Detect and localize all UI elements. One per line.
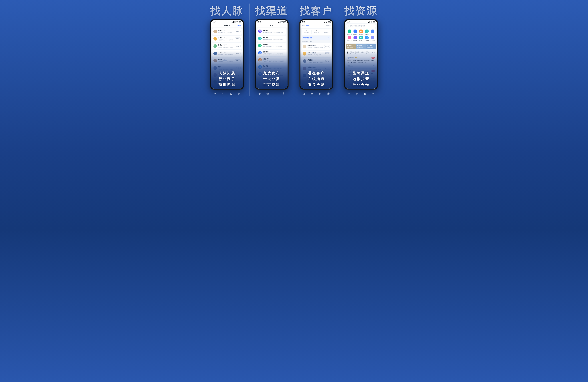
feed-tag: 地推项目 xyxy=(348,64,353,66)
add-friend-button[interactable]: 加好友 xyxy=(235,81,240,83)
category-row[interactable]: 找合伙人我有创业项目或产品，招募代理或合伙伙伴 xyxy=(257,71,286,77)
grid-icon xyxy=(365,36,369,39)
feed-body: 美团-小… xyxy=(348,86,375,88)
filter-active[interactable]: 最近活跃 xyxy=(355,51,359,55)
add-friend-button[interactable]: 加好友 xyxy=(324,45,330,48)
grid-item[interactable]: 场地活动 xyxy=(364,36,370,42)
verified-badge: ▣实名 xyxy=(313,52,316,54)
search-input[interactable]: 品牌方|纯佣渠道|甲方|广告主 xyxy=(346,24,376,28)
grid-item[interactable]: 乙方信息 xyxy=(364,29,370,35)
person-meta: 1周前活跃 | 0条合作 | 3近期沟通 xyxy=(218,61,234,63)
svg-point-16 xyxy=(372,37,373,38)
avatar xyxy=(213,52,217,55)
filter-newest[interactable]: 最新发布 xyxy=(350,51,354,55)
avatar xyxy=(303,45,306,48)
person-card[interactable]: 吾客▣实名加好友 xyxy=(302,72,331,78)
filter-more[interactable]: 筛选 ⌄ xyxy=(372,51,375,54)
category-desc: 我有地推网推等渠道，需求地推拉新等项目 xyxy=(263,39,285,41)
person-info: 康晓刚▣实名今日活跃 | 3条合作 | 35近期沟通 xyxy=(308,59,323,63)
category-title: 销售渠道 xyxy=(263,51,285,53)
add-friend-button[interactable]: 加好友 xyxy=(235,52,240,55)
promo-card[interactable]: 热门资源每日精选资源 xyxy=(366,44,376,49)
svg-point-12 xyxy=(349,37,350,38)
mark-all-read[interactable]: 全部已读 xyxy=(326,25,331,26)
tab-messages[interactable]: 消息 xyxy=(302,24,305,27)
grid-item[interactable]: 推广团队 xyxy=(358,36,364,42)
add-friend-button[interactable]: 加好友 xyxy=(235,74,240,76)
category-row[interactable]: 品牌货源我是品牌商家有货源，寻上线下卖货渠道 xyxy=(257,42,286,49)
vip-badge: VIP xyxy=(355,57,357,58)
person-name: 贺文彬 xyxy=(308,66,312,68)
add-friend-button[interactable]: 加好友 xyxy=(324,52,330,55)
person-card[interactable]: 石遵松▣实名1周前活跃 | 0条合作 | 0近期沟通加好友 xyxy=(212,36,242,42)
category-row[interactable]: 地推项目我有地推拉新的项目，寻找地推网推等渠道 xyxy=(257,28,286,35)
signal-icon xyxy=(368,21,370,22)
person-card[interactable]: 陈嘉庆▣实名1天前活跃 | 3条合作 | 35近期沟通加好友 xyxy=(212,28,242,35)
stat-fav-friends[interactable]: 1 收藏好友 xyxy=(321,29,331,35)
pending-requests[interactable]: 好友申请待处理 1条 xyxy=(302,36,331,40)
svg-point-9 xyxy=(360,31,362,32)
grid-item[interactable]: 优质甲方 xyxy=(358,29,364,35)
filter-verified[interactable]: 头像认证 xyxy=(360,51,364,55)
grid-item[interactable]: 找合伙人 xyxy=(370,29,375,35)
person-card[interactable]: 陈超▣实名加好友 xyxy=(212,79,242,85)
status-bar: 1:00 xyxy=(300,20,332,23)
promo-card[interactable]: 资源榜单留言量排行榜 xyxy=(356,44,366,49)
grid-item[interactable]: 地推项目 xyxy=(353,36,358,42)
person-card[interactable]: 谭雨珍▣实名加好友 xyxy=(212,72,242,78)
category-row[interactable]: 销售渠道有线上线下卖货渠道，需求品牌商家等产品 xyxy=(257,50,286,56)
grid-item[interactable]: 品牌货源 xyxy=(347,29,352,35)
add-friend-button[interactable]: 加好友 xyxy=(235,38,240,40)
people-list[interactable]: 陈嘉庆▣实名1天前活跃 | 3条合作 | 35近期沟通加好友石遵松▣实名1周前活… xyxy=(211,28,243,85)
grid-label: 地推项目 xyxy=(353,40,357,42)
feed-card[interactable]: 刘女士VIP急招唯品会官方直招城市服务商，提供拉新奖励290元/人+长期分佣，月… xyxy=(346,56,376,68)
add-friend-button[interactable]: 加好友 xyxy=(324,74,330,77)
feed-card[interactable]: 段行急招运满满司机端拉新，80单结，操作简单，不限区域地推项目125 xyxy=(346,69,376,81)
grid-item[interactable]: 异业合作 xyxy=(347,36,352,42)
add-friend-button[interactable]: 加好友 xyxy=(324,67,330,70)
refresh-icon xyxy=(236,25,237,26)
grid-item[interactable]: 其他供需 xyxy=(370,36,375,42)
person-card[interactable]: 徐子涵▣实名1周前活跃 | 0条合作 | 3近期沟通加好友 xyxy=(212,58,242,64)
tab-friends[interactable]: 好友 xyxy=(306,24,309,27)
promo-title: 资源榜单 xyxy=(357,45,365,46)
svg-rect-4 xyxy=(259,59,261,61)
add-friend-button[interactable]: 加好友 xyxy=(235,59,240,62)
person-card[interactable]: 冯永富▣实名1天前活跃 | 5条合作 | 13近期沟通加好友 xyxy=(302,51,331,57)
filter-authentic[interactable]: 高真实度 xyxy=(366,51,370,55)
grid-item[interactable]: 销货渠道 xyxy=(353,29,358,35)
add-friend-button[interactable]: 加好友 xyxy=(235,30,240,33)
feed-list[interactable]: 刘女士VIP急招唯品会官方直招城市服务商，提供拉新奖励290元/人+长期分佣，月… xyxy=(345,56,377,88)
panel-friends: 找客户 1:00 消息 好友 xyxy=(294,3,339,96)
phone-wrap: 12:59 发布 地推项目我有地推拉新的 xyxy=(251,19,293,90)
person-card[interactable]: 王海宽▣实名1周前活跃 | 1条合作 | 0近期沟通加好友 xyxy=(212,50,242,57)
person-card[interactable]: 黄嘉诚▣实名今日活跃 | 0条合作 | 1近期沟通加好友 xyxy=(212,43,242,49)
person-card[interactable]: 项振军▣实名1天前活跃 | 0条合作 | 0近期沟通加好友 xyxy=(302,43,331,50)
hero-title: 找渠道 xyxy=(255,4,288,18)
footer-slogan: 合作共赢 xyxy=(208,92,246,96)
stat-recent-apply[interactable]: 7 最近申请 xyxy=(311,29,321,35)
add-friend-button[interactable]: 加好友 xyxy=(235,67,240,69)
stat-all-friends[interactable]: 2 全部好友 xyxy=(302,29,311,35)
category-list[interactable]: 地推项目我有地推拉新的项目，寻找地推网推等渠道推广团队我有地推网推等渠道，需求地… xyxy=(256,28,288,78)
person-card[interactable]: 贺文彬▣实名1天前活跃 | 0条合作 | 59近期沟通加好友 xyxy=(302,65,331,71)
feed-views: 7.1w+ xyxy=(370,65,375,66)
add-friend-button[interactable]: 加好友 xyxy=(235,45,240,47)
add-friend-button[interactable]: 加好友 xyxy=(324,60,330,62)
person-card[interactable]: 康晓刚▣实名今日活跃 | 3条合作 | 35近期沟通加好友 xyxy=(302,58,331,64)
people-list[interactable]: 项振军▣实名1天前活跃 | 0条合作 | 0近期沟通加好友冯永富▣实名1天前活跃… xyxy=(300,43,332,78)
category-row[interactable]: 优质甲方我是采购方广告主等，提供预算寻找乙方合作 xyxy=(257,57,286,63)
back-button[interactable] xyxy=(257,25,258,26)
promo-sub: 免费供需信息 xyxy=(347,47,355,48)
filter-all[interactable]: 全部 xyxy=(347,51,349,55)
grid-icon xyxy=(359,29,363,33)
promo-card[interactable]: 免费专区免费供需信息 xyxy=(346,44,356,49)
signal-icon xyxy=(323,21,325,22)
grid-icon xyxy=(371,36,374,39)
person-card[interactable]: 陈伊伦▣实名今日活跃 | 2条合作 | 7近期沟通加好友 xyxy=(212,65,242,71)
feed-card[interactable]: 王先生美团-小… xyxy=(346,82,376,88)
refresh-button[interactable]: 换一批 xyxy=(236,24,241,26)
section-header: 为您推荐更多人脉 xyxy=(302,41,331,42)
category-row[interactable]: 乙方信息我是供服务或资源等，需求有预算甲方客户 xyxy=(257,64,286,70)
category-row[interactable]: 推广团队我有地推网推等渠道，需求地推拉新等项目 xyxy=(257,36,286,42)
